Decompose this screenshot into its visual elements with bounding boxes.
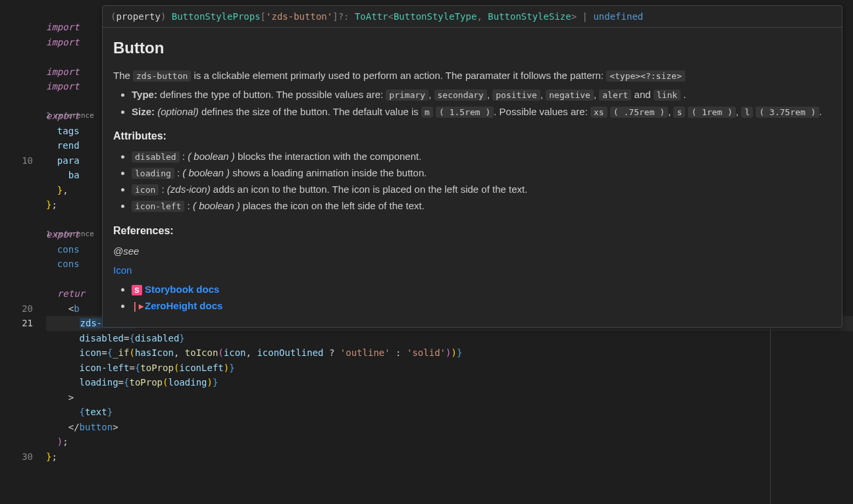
line-number: 20: [0, 301, 33, 316]
icon-reference-link[interactable]: Icon: [113, 265, 132, 276]
attributes-heading: Attributes:: [113, 128, 831, 145]
keyword: retur: [57, 288, 85, 299]
doc-intro: The zds-button is a clickable element pr…: [113, 68, 831, 83]
see-tag: @see: [113, 243, 831, 259]
param-list: Type: defines the type of button. The po…: [113, 87, 831, 119]
doc-title: Button: [113, 36, 831, 60]
hover-documentation-popup[interactable]: (property) ButtonStyleProps['zds-button'…: [102, 5, 842, 328]
keyword: import: [46, 37, 80, 47]
zeroheight-link[interactable]: ZeroHeight docs: [145, 300, 222, 311]
identifier: ba: [68, 170, 80, 180]
identifier: para: [57, 155, 80, 166]
zeroheight-icon: ❘▸: [132, 301, 142, 312]
line-number: 10: [0, 153, 33, 168]
keyword: export: [46, 229, 80, 239]
identifier: tags: [57, 126, 80, 136]
line-number: 30: [0, 449, 33, 465]
identifier: rend: [57, 140, 80, 151]
attributes-list: disabled : ( boolean ) blocks the intera…: [113, 149, 831, 214]
active-line-number: 21: [0, 316, 33, 331]
param-type: Type: defines the type of button. The po…: [132, 87, 831, 102]
keyword: import: [46, 66, 80, 77]
references-heading: References:: [113, 223, 831, 239]
type-signature: (property) ButtonStyleProps['zds-button'…: [103, 6, 842, 28]
keyword: import: [46, 81, 80, 91]
storybook-icon: S: [132, 285, 142, 295]
keyword: cons: [57, 259, 80, 269]
keyword: export: [46, 111, 80, 121]
reference-links: SStorybook docs ❘▸ZeroHeight docs: [113, 282, 831, 314]
line-gutter: 10 20 21 30: [0, 5, 46, 504]
keyword: import: [46, 22, 80, 32]
param-size: Size: (optional) defines the size of the…: [132, 104, 831, 119]
storybook-link[interactable]: Storybook docs: [145, 284, 219, 295]
documentation-body: Button The zds-button is a clickable ele…: [103, 28, 842, 318]
keyword: cons: [57, 244, 80, 255]
